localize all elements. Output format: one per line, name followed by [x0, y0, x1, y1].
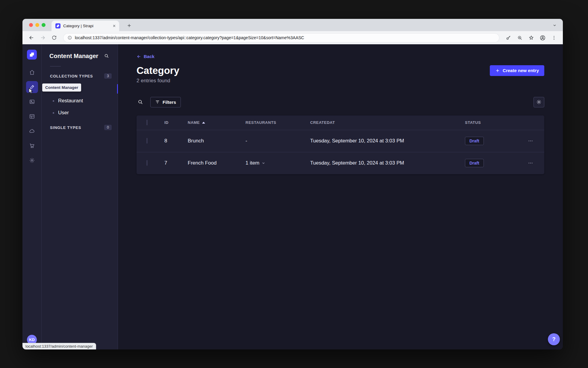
column-header-status[interactable]: STATUS — [465, 120, 526, 125]
content-manager-tooltip: Content Manager — [42, 83, 81, 92]
forward-icon[interactable] — [38, 33, 48, 42]
bullet-icon — [53, 100, 54, 102]
cell-restaurants: - — [245, 138, 310, 144]
rail-icon-list — [26, 66, 38, 166]
cell-id: 8 — [164, 138, 188, 144]
restaurants-count-label: 1 item — [245, 160, 259, 166]
sort-ascending-icon — [202, 122, 205, 124]
tab-close-icon[interactable] — [112, 24, 116, 28]
subnav-title: Content Manager — [49, 53, 98, 60]
marketplace-cart-icon[interactable] — [26, 140, 38, 152]
bookmark-star-icon[interactable] — [526, 33, 536, 42]
sidebar-item-user[interactable]: User — [42, 107, 118, 119]
collection-types-section: COLLECTION TYPES 3 — [42, 73, 118, 79]
help-button[interactable]: ? — [548, 333, 560, 345]
profile-icon[interactable] — [538, 33, 547, 42]
strapi-favicon — [55, 23, 60, 28]
cell-name: Brunch — [188, 138, 245, 144]
tab-search-icon[interactable] — [551, 22, 558, 29]
create-new-entry-label: Create new entry — [503, 68, 539, 73]
sidebar-item-label: User — [58, 110, 69, 116]
new-tab-button[interactable] — [125, 22, 133, 29]
filters-button[interactable]: Filters — [150, 97, 181, 107]
row-more-icon[interactable] — [526, 136, 535, 145]
collection-types-count-badge: 3 — [104, 73, 112, 79]
password-key-icon[interactable] — [504, 33, 513, 42]
traffic-lights — [29, 23, 46, 27]
tab-title: Category | Strapi — [63, 24, 110, 28]
plus-icon — [495, 68, 500, 73]
tab-strip: Category | Strapi — [22, 19, 563, 31]
column-header-name-label: NAME — [188, 120, 200, 125]
list-search-icon[interactable] — [137, 98, 144, 106]
sidebar-item-restaurant[interactable]: Restaurant — [42, 95, 118, 107]
strapi-logo[interactable] — [27, 50, 37, 60]
subnav-search-icon[interactable] — [103, 52, 110, 60]
link-preview-status-bar: localhost:1337/admin/content-manager — [22, 343, 96, 349]
close-window-button[interactable] — [29, 23, 33, 27]
cell-id: 7 — [164, 160, 188, 166]
status-badge: Draft — [465, 137, 484, 145]
address-bar[interactable]: localhost:1337/admin/content-manager/col… — [63, 33, 499, 42]
chevron-down-icon — [261, 161, 266, 165]
single-types-section: SINGLE TYPES 0 — [42, 124, 118, 131]
site-info-icon[interactable] — [67, 35, 72, 40]
cloud-icon[interactable] — [26, 125, 38, 137]
browser-toolbar: localhost:1337/admin/content-manager/col… — [22, 31, 563, 44]
column-header-restaurants[interactable]: RESTAURANTS — [245, 120, 310, 125]
cell-name: French Food — [188, 160, 245, 166]
row-more-icon[interactable] — [526, 159, 535, 168]
cell-createdat: Tuesday, September 10, 2024 at 3:03 PM — [310, 160, 465, 166]
table-row[interactable]: 7 French Food 1 item Tuesday, September … — [137, 152, 544, 174]
back-arrow-icon — [137, 54, 141, 59]
entries-table: ID NAME RESTAURANTS CREATEDAT STATUS 8 B… — [137, 115, 544, 174]
cell-restaurants[interactable]: 1 item — [245, 160, 310, 166]
back-link[interactable]: Back — [137, 54, 154, 59]
table-header-row: ID NAME RESTAURANTS CREATEDAT STATUS — [137, 115, 544, 130]
single-types-count-badge: 0 — [104, 125, 112, 130]
column-header-createdat[interactable]: CREATEDAT — [310, 120, 465, 125]
subnav-divider — [50, 66, 61, 66]
collection-types-label: COLLECTION TYPES — [50, 74, 93, 78]
table-row[interactable]: 8 Brunch - Tuesday, September 10, 2024 a… — [137, 130, 544, 152]
maximize-window-button[interactable] — [42, 23, 46, 27]
main-content: Back Category Create new entry 2 entries… — [118, 44, 563, 349]
entries-count-text: 2 entries found — [137, 78, 544, 84]
page-title: Category — [137, 65, 179, 76]
gear-icon — [536, 99, 542, 105]
view-settings-gear-button[interactable] — [534, 97, 544, 107]
home-icon[interactable] — [26, 66, 38, 78]
mouse-cursor — [28, 88, 34, 94]
select-all-checkbox[interactable] — [147, 120, 147, 125]
sidebar-item-label: Restaurant — [58, 98, 83, 104]
bullet-icon — [53, 112, 54, 114]
row-checkbox[interactable] — [147, 138, 147, 144]
minimize-window-button[interactable] — [35, 23, 39, 27]
column-header-name[interactable]: NAME — [188, 120, 245, 125]
settings-gear-icon[interactable] — [26, 154, 38, 166]
table-action-bar: Filters — [137, 97, 544, 107]
browser-menu-icon[interactable] — [549, 33, 559, 42]
browser-tab[interactable]: Category | Strapi — [51, 21, 119, 31]
filters-label: Filters — [163, 100, 176, 105]
strapi-admin-page: KD Content Manager COLLECTION TYPES 3 Ca… — [22, 44, 563, 349]
row-checkbox[interactable] — [147, 160, 147, 166]
browser-window: Category | Strapi localhost:1337/admin/c… — [22, 19, 563, 349]
single-types-label: SINGLE TYPES — [50, 125, 81, 130]
back-icon[interactable] — [27, 33, 36, 42]
back-label: Back — [144, 54, 154, 59]
create-new-entry-button[interactable]: Create new entry — [490, 65, 544, 76]
status-badge: Draft — [465, 159, 484, 167]
cell-createdat: Tuesday, September 10, 2024 at 3:03 PM — [310, 138, 465, 144]
url-text: localhost:1337/admin/content-manager/col… — [75, 35, 304, 40]
reload-icon[interactable] — [49, 33, 59, 42]
content-type-builder-icon[interactable] — [26, 110, 38, 122]
media-library-icon[interactable] — [26, 96, 38, 108]
filter-icon — [155, 100, 160, 104]
zoom-icon[interactable] — [515, 33, 525, 42]
column-header-id[interactable]: ID — [164, 120, 188, 125]
